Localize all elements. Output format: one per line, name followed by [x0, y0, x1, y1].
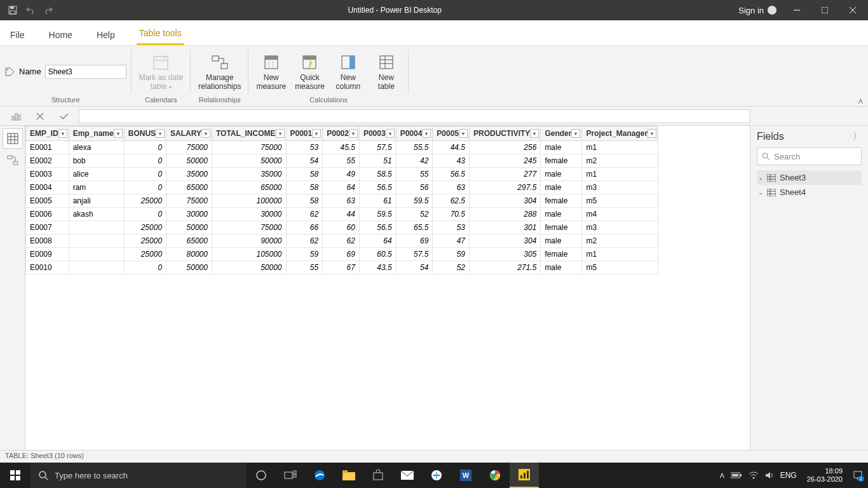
minimize-button[interactable]: [784, 0, 810, 20]
tray-chevron-icon[interactable]: ᐱ: [720, 472, 724, 479]
cell[interactable]: 42: [396, 154, 433, 168]
cell[interactable]: 56.5: [359, 181, 396, 194]
mail-icon[interactable]: [393, 463, 422, 488]
cell[interactable]: male: [541, 261, 582, 274]
store-icon[interactable]: [363, 463, 393, 488]
col-header[interactable]: P0001▾: [286, 126, 323, 141]
cell[interactable]: 304: [470, 194, 541, 208]
cell[interactable]: 43: [433, 154, 470, 168]
cell[interactable]: alexa: [69, 141, 124, 154]
cell[interactable]: 256: [470, 141, 541, 154]
table-row[interactable]: E0006akash03000030000624459.55270.5288ma…: [26, 208, 658, 221]
redo-icon[interactable]: [41, 3, 56, 18]
cell[interactable]: 25000: [124, 221, 166, 234]
cell[interactable]: 62: [323, 234, 360, 248]
table-name-input[interactable]: [45, 65, 126, 79]
cell[interactable]: 271.5: [470, 261, 541, 274]
cell[interactable]: 70.5: [433, 208, 470, 221]
cell[interactable]: 25000: [124, 248, 166, 261]
cell[interactable]: 75000: [166, 194, 212, 208]
cell[interactable]: 105000: [212, 248, 286, 261]
cell[interactable]: 64: [359, 234, 396, 248]
table-row[interactable]: E0003alice03500035000584958.55556.5277ma…: [26, 168, 658, 181]
cell[interactable]: 49: [323, 168, 360, 181]
filter-dropdown-icon[interactable]: ▾: [312, 129, 321, 138]
commit-formula-icon[interactable]: [55, 109, 74, 123]
col-header[interactable]: BONUS▾: [124, 126, 166, 141]
filter-dropdown-icon[interactable]: ▾: [58, 129, 67, 138]
cell[interactable]: 301: [470, 221, 541, 234]
cell[interactable]: 75000: [166, 141, 212, 154]
table-row[interactable]: E0001alexa075000750005345.557.555.544.52…: [26, 141, 658, 154]
filter-dropdown-icon[interactable]: ▾: [156, 129, 165, 138]
cell[interactable]: 57.5: [396, 248, 433, 261]
cell[interactable]: E0003: [26, 168, 69, 181]
cell[interactable]: 65.5: [396, 221, 433, 234]
new-table-button[interactable]: Newtable: [369, 51, 403, 92]
cell[interactable]: male: [541, 141, 582, 154]
cell[interactable]: female: [541, 194, 582, 208]
fields-search[interactable]: Search: [757, 147, 862, 165]
cell[interactable]: [69, 221, 124, 234]
cell[interactable]: 55: [286, 261, 323, 274]
cell[interactable]: 75000: [212, 141, 286, 154]
cell[interactable]: 58: [286, 194, 323, 208]
col-header[interactable]: P0004▾: [396, 126, 433, 141]
cell[interactable]: 245: [470, 154, 541, 168]
cell[interactable]: 65000: [212, 181, 286, 194]
cell[interactable]: 51: [359, 154, 396, 168]
cell[interactable]: m1: [582, 248, 658, 261]
collapse-ribbon-icon[interactable]: ᐱ: [858, 98, 863, 105]
chrome-icon[interactable]: [480, 463, 510, 488]
cell[interactable]: 53: [433, 221, 470, 234]
cell[interactable]: 0: [124, 154, 166, 168]
table-row[interactable]: E0007250005000075000666056.565.553301fem…: [26, 221, 658, 234]
new-column-button[interactable]: Newcolumn: [331, 51, 365, 92]
cell[interactable]: 0: [124, 208, 166, 221]
save-icon[interactable]: [5, 3, 20, 18]
cell[interactable]: 58: [286, 181, 323, 194]
cell[interactable]: 90000: [212, 234, 286, 248]
cell[interactable]: 43.5: [359, 261, 396, 274]
cell[interactable]: E0004: [26, 181, 69, 194]
cell[interactable]: male: [541, 234, 582, 248]
col-header[interactable]: Emp_name▾: [69, 126, 124, 141]
cell[interactable]: 47: [433, 234, 470, 248]
tab-home[interactable]: Home: [46, 30, 75, 45]
cell[interactable]: m2: [582, 234, 658, 248]
cell[interactable]: 0: [124, 261, 166, 274]
data-view-button[interactable]: [3, 128, 23, 149]
table-row[interactable]: E00082500065000900006262646947304malem2: [26, 234, 658, 248]
col-header[interactable]: TOTAL_INCOME▾: [212, 126, 286, 141]
cell[interactable]: [69, 248, 124, 261]
cell[interactable]: 56.5: [359, 221, 396, 234]
cell[interactable]: 50000: [166, 154, 212, 168]
cell[interactable]: 60: [323, 221, 360, 234]
cell[interactable]: 60.5: [359, 248, 396, 261]
cell[interactable]: 56: [396, 181, 433, 194]
table-row[interactable]: E0005anjali250007500010000058636159.562.…: [26, 194, 658, 208]
powerbi-icon[interactable]: [510, 463, 539, 488]
filter-dropdown-icon[interactable]: ▾: [201, 129, 210, 138]
tab-file[interactable]: File: [8, 30, 27, 45]
table-row[interactable]: E0004ram06500065000586456.55663297.5male…: [26, 181, 658, 194]
cell[interactable]: 69: [396, 234, 433, 248]
cell[interactable]: 64: [323, 181, 360, 194]
wifi-icon[interactable]: [749, 471, 759, 479]
cell[interactable]: 56.5: [433, 168, 470, 181]
cell[interactable]: 67: [323, 261, 360, 274]
chevron-right-icon[interactable]: 〉: [853, 131, 862, 142]
cancel-formula-icon[interactable]: [31, 109, 50, 123]
cell[interactable]: 75000: [212, 221, 286, 234]
cell[interactable]: 52: [396, 208, 433, 221]
cell[interactable]: E0008: [26, 234, 69, 248]
filter-dropdown-icon[interactable]: ▾: [571, 129, 580, 138]
cell[interactable]: akash: [69, 208, 124, 221]
cell[interactable]: ram: [69, 181, 124, 194]
quick-measure-button[interactable]: Quickmeasure: [292, 51, 327, 92]
cell[interactable]: 59: [286, 248, 323, 261]
cell[interactable]: 66: [286, 221, 323, 234]
cell[interactable]: m1: [582, 141, 658, 154]
cell[interactable]: alice: [69, 168, 124, 181]
new-measure-button[interactable]: Newmeasure: [254, 51, 288, 92]
